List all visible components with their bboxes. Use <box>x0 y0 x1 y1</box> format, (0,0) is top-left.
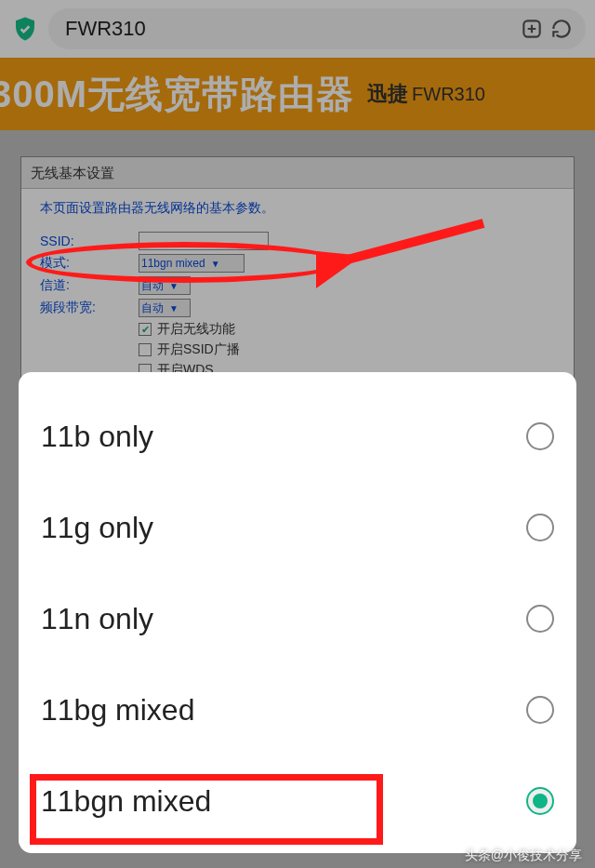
option-11bg-mixed[interactable]: 11bg mixed <box>41 664 554 755</box>
option-11g-only[interactable]: 11g only <box>41 482 554 573</box>
radio-icon <box>526 514 554 541</box>
option-11b-only[interactable]: 11b only <box>41 391 554 482</box>
watermark: 头条@小俊技术分享 <box>465 848 582 864</box>
radio-icon <box>526 605 554 633</box>
radio-icon <box>526 422 554 450</box>
radio-selected-icon <box>526 787 554 815</box>
radio-icon <box>526 696 554 724</box>
mode-options-sheet: 11b only 11g only 11n only 11bg mixed 11… <box>19 372 576 853</box>
option-label: 11g only <box>41 511 153 545</box>
option-label: 11n only <box>41 602 153 636</box>
option-11n-only[interactable]: 11n only <box>41 573 554 664</box>
option-label: 11bgn mixed <box>41 784 211 819</box>
option-label: 11b only <box>41 420 153 454</box>
option-11bgn-mixed[interactable]: 11bgn mixed <box>41 755 554 847</box>
viewport: { "browser": { "url_text": "FWR310" }, "… <box>0 0 595 868</box>
option-label: 11bg mixed <box>41 693 194 728</box>
